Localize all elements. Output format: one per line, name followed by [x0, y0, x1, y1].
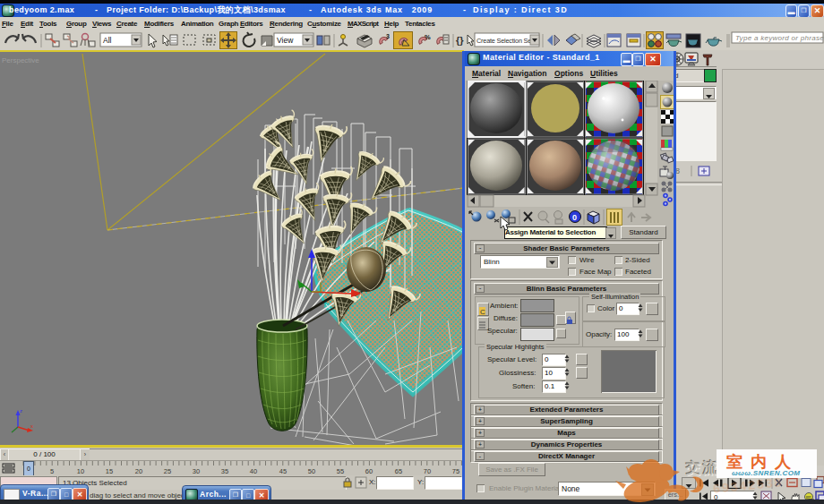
svg-text:25: 25 — [164, 467, 171, 475]
svg-text:All: All — [103, 36, 112, 45]
svg-text:Create Selection Set: Create Selection Set — [476, 37, 533, 45]
svg-text:C: C — [480, 308, 485, 316]
svg-text:35: 35 — [221, 467, 228, 475]
svg-text:10: 10 — [77, 467, 84, 475]
svg-text:x: x — [30, 423, 33, 429]
svg-text:30: 30 — [193, 467, 200, 475]
svg-text:40: 40 — [250, 467, 257, 475]
svg-text:3: 3 — [386, 33, 390, 39]
svg-text:70: 70 — [424, 467, 431, 475]
svg-text:View: View — [277, 36, 294, 45]
svg-text:75: 75 — [452, 467, 459, 475]
svg-text:50: 50 — [308, 467, 315, 475]
svg-text:Perspective: Perspective — [2, 56, 39, 64]
svg-text:0: 0 — [572, 213, 577, 222]
svg-text:20: 20 — [135, 467, 142, 475]
svg-text:{}: {} — [456, 35, 464, 46]
svg-text:Type a keyword or phrase: Type a keyword or phrase — [735, 34, 824, 42]
svg-text:%: % — [425, 33, 431, 41]
svg-text:45: 45 — [279, 467, 287, 475]
svg-text:60: 60 — [365, 467, 373, 475]
svg-text:z: z — [20, 408, 22, 414]
svg-text:5: 5 — [50, 467, 54, 475]
svg-text:55: 55 — [337, 467, 344, 475]
svg-text:15: 15 — [106, 467, 113, 475]
svg-text:65: 65 — [395, 467, 402, 475]
